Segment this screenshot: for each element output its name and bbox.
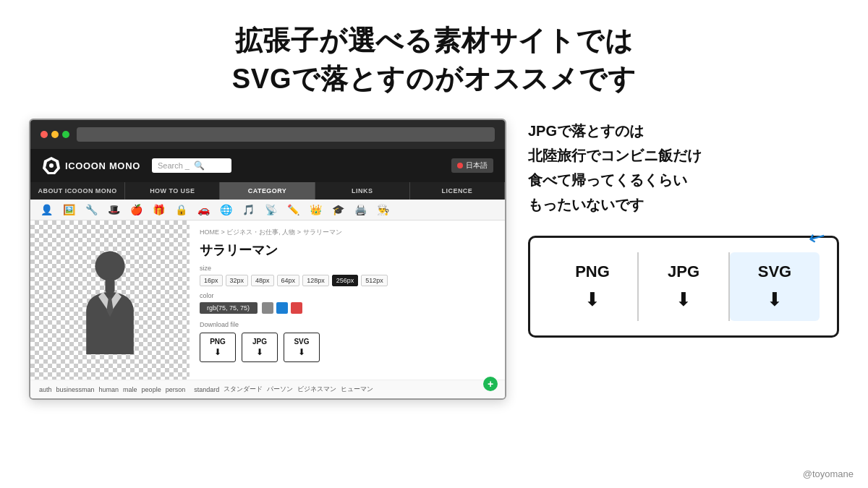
size-buttons: 16px 32px 48px 64px 128px 256px 512px bbox=[200, 275, 495, 286]
svg-point-2 bbox=[49, 163, 54, 168]
dl-arrow-jpg: ⬇ bbox=[250, 347, 270, 357]
download-options-box: ↙ PNG ⬇ JPG ⬇ SVG ⬇ bbox=[528, 236, 839, 338]
swatch-gray[interactable] bbox=[262, 302, 273, 314]
twitter-handle: @toyomane bbox=[803, 468, 854, 479]
site-nav: ABOUT ICOOON MONO HOW TO USE CATEGORY LI… bbox=[30, 182, 505, 200]
slide: 拡張子が選べる素材サイトでは SVGで落とすのがオススメです bbox=[0, 0, 868, 488]
nav-item-about[interactable]: ABOUT ICOOON MONO bbox=[30, 182, 125, 200]
breadcrumb: HOME > ビジネス・お仕事, 人物 > サラリーマン bbox=[200, 228, 495, 237]
size-16[interactable]: 16px bbox=[200, 275, 223, 286]
search-icon[interactable]: 🔍 bbox=[194, 160, 205, 171]
icon-tool: 🔧 bbox=[85, 204, 98, 215]
arrow-annotation: ↙ bbox=[804, 223, 830, 252]
size-128[interactable]: 128px bbox=[302, 275, 329, 286]
dl-option-jpg-arrow: ⬇ bbox=[676, 288, 692, 311]
dl-option-svg-label: SVG bbox=[758, 262, 791, 281]
detail-area: HOME > ビジネス・お仕事, 人物 > サラリーマン サラリーマン size… bbox=[190, 221, 505, 380]
dl-option-svg: SVG ⬇ bbox=[730, 252, 820, 321]
icon-hat: 🎩 bbox=[108, 204, 120, 215]
icon-title: サラリーマン bbox=[200, 241, 495, 259]
nav-item-links[interactable]: LINKS bbox=[315, 182, 410, 200]
dl-option-png-arrow: ⬇ bbox=[584, 288, 600, 311]
download-buttons: PNG ⬇ JPG ⬇ SVG ⬇ bbox=[200, 333, 495, 362]
icon-image: 🖼️ bbox=[63, 204, 75, 215]
color-row: rgb(75, 75, 75) bbox=[200, 302, 495, 314]
lang-button[interactable]: 日本語 bbox=[451, 158, 493, 173]
icon-tower: 📡 bbox=[265, 204, 277, 215]
tag-auth[interactable]: auth bbox=[39, 386, 52, 393]
size-32[interactable]: 32px bbox=[226, 275, 249, 286]
tag-businessman-ja[interactable]: ビジネスマン bbox=[297, 385, 336, 394]
search-box[interactable]: Search _ 🔍 bbox=[152, 158, 231, 173]
size-512[interactable]: 512px bbox=[361, 275, 388, 286]
right-panel: JPGで落とすのは 北陸旅行でコンビニ飯だけ 食べて帰ってくるくらい もったいな… bbox=[528, 119, 839, 338]
swatch-blue[interactable] bbox=[276, 302, 288, 314]
browser-addressbar bbox=[77, 127, 495, 142]
size-label: size bbox=[200, 265, 495, 272]
dl-arrow-svg: ⬇ bbox=[292, 347, 312, 357]
icon-apple: 🍎 bbox=[130, 204, 142, 215]
icon-pencil: ✏️ bbox=[287, 204, 299, 215]
dl-btn-svg[interactable]: SVG ⬇ bbox=[284, 333, 320, 362]
tag-human-ja[interactable]: ヒューマン bbox=[341, 385, 373, 394]
nav-item-licence[interactable]: LICENCE bbox=[410, 182, 505, 200]
color-label: color bbox=[200, 292, 495, 299]
main-title: 拡張子が選べる素材サイトでは SVGで落とすのがオススメです bbox=[232, 22, 637, 98]
size-256[interactable]: 256px bbox=[332, 275, 359, 286]
color-swatches bbox=[262, 302, 302, 314]
logo-icon bbox=[42, 156, 61, 175]
dl-btn-jpg[interactable]: JPG ⬇ bbox=[242, 333, 278, 362]
tag-people[interactable]: people bbox=[142, 386, 161, 393]
side-text-line1: JPGで落とすのは bbox=[528, 119, 839, 143]
icon-globe: 🌐 bbox=[220, 204, 232, 215]
tag-standard-en[interactable]: standard bbox=[194, 386, 219, 393]
tag-person-ja[interactable]: パーソン bbox=[267, 385, 293, 394]
site-header: ICOOON MONO Search _ 🔍 日本語 bbox=[30, 149, 505, 182]
swatch-red[interactable] bbox=[291, 302, 302, 314]
tag-person[interactable]: person bbox=[166, 386, 186, 393]
side-text: JPGで落とすのは 北陸旅行でコンビニ飯だけ 食べて帰ってくるくらい もったいな… bbox=[528, 119, 839, 217]
plus-button[interactable]: + bbox=[483, 377, 498, 391]
tag-human[interactable]: human bbox=[99, 386, 119, 393]
nav-item-howtouse[interactable]: HOW TO USE bbox=[125, 182, 220, 200]
person-silhouette bbox=[63, 246, 157, 354]
lang-label: 日本語 bbox=[466, 160, 488, 171]
icon-lock: 🔒 bbox=[175, 204, 187, 215]
dl-arrow-png: ⬇ bbox=[208, 347, 228, 357]
icon-car: 🚗 bbox=[197, 204, 210, 215]
side-text-line2: 北陸旅行でコンビニ飯だけ bbox=[528, 143, 839, 168]
size-48[interactable]: 48px bbox=[251, 275, 274, 286]
dl-option-png: PNG ⬇ bbox=[548, 252, 639, 321]
browser-dots bbox=[41, 131, 69, 138]
browser-mockup: ICOOON MONO Search _ 🔍 日本語 ABOUT ICOOON … bbox=[29, 119, 506, 400]
dl-btn-png[interactable]: PNG ⬇ bbox=[200, 333, 236, 362]
icon-chef: 👨‍🍳 bbox=[377, 204, 389, 215]
tag-standard-ja[interactable]: スタンダード bbox=[224, 385, 263, 394]
icon-gift: 🎁 bbox=[153, 204, 165, 215]
side-text-line3: 食べて帰ってくるくらい bbox=[528, 168, 839, 192]
tag-businessman[interactable]: businessman bbox=[56, 386, 95, 393]
icon-person: 👤 bbox=[41, 204, 53, 215]
nav-item-category[interactable]: CATEGORY bbox=[220, 182, 315, 200]
dl-option-png-label: PNG bbox=[575, 262, 610, 281]
dl-btn-svg-label: SVG bbox=[292, 338, 312, 346]
tag-male[interactable]: male bbox=[123, 386, 137, 393]
color-value: rgb(75, 75, 75) bbox=[200, 302, 258, 314]
content-row: ICOOON MONO Search _ 🔍 日本語 ABOUT ICOOON … bbox=[29, 119, 839, 400]
icon-music: 🎵 bbox=[242, 204, 255, 215]
dot-green bbox=[62, 131, 69, 138]
dot-yellow bbox=[51, 131, 59, 138]
svg-point-3 bbox=[95, 252, 124, 281]
preview-area bbox=[30, 221, 190, 380]
dl-option-jpg: JPG ⬇ bbox=[639, 252, 730, 321]
icon-crown: 👑 bbox=[310, 204, 322, 215]
lang-dot bbox=[457, 163, 463, 168]
icon-row: 👤 🖼️ 🔧 🎩 🍎 🎁 🔒 🚗 🌐 🎵 📡 ✏️ 👑 🎓 🖨️ 👨‍🍳 bbox=[30, 200, 505, 221]
svg-rect-4 bbox=[105, 278, 114, 294]
browser-chrome bbox=[30, 120, 505, 149]
size-64[interactable]: 64px bbox=[277, 275, 300, 286]
dot-red bbox=[41, 131, 48, 138]
icon-grad: 🎓 bbox=[332, 204, 344, 215]
search-placeholder: Search _ bbox=[158, 161, 190, 170]
dl-option-svg-arrow: ⬇ bbox=[767, 288, 783, 311]
